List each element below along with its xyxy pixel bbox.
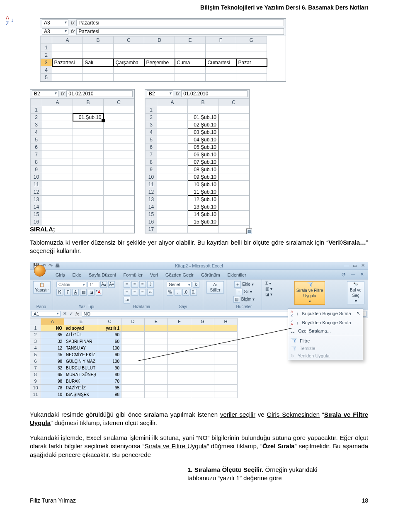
name-box[interactable]: A3 [42, 19, 68, 26]
cell[interactable]: 80 [98, 371, 121, 378]
col-header[interactable]: A [42, 99, 73, 106]
cell[interactable]: 14.Şub.10 [188, 211, 218, 218]
cell[interactable]: 65 [41, 331, 64, 338]
border-icon[interactable]: ▦ [80, 289, 87, 296]
tab-veri[interactable]: Veri [149, 272, 159, 279]
cell[interactable]: Salı [83, 59, 114, 66]
row-header[interactable]: 5 [30, 351, 41, 358]
row-header[interactable]: 5 [146, 136, 157, 143]
row-header[interactable]: 8 [146, 158, 157, 166]
accept-formula-icon[interactable]: ✓ [69, 311, 73, 316]
col-header[interactable]: B [188, 99, 218, 106]
cell[interactable]: 06.Şub.10 [188, 151, 218, 158]
fill-color-icon[interactable]: ◪ [88, 289, 95, 296]
cell[interactable]: NO [41, 325, 64, 331]
align-left-icon[interactable]: ≡ [124, 289, 130, 296]
cell[interactable]: ALİ GÜL [64, 331, 98, 338]
min-ribbon-icon[interactable]: — [350, 271, 356, 279]
delete-cell-icon[interactable]: － [236, 289, 243, 295]
align-center-icon[interactable]: ≡ [131, 289, 138, 296]
cell[interactable]: 95 [98, 384, 121, 391]
cell[interactable]: yazılı 1 [98, 325, 121, 331]
cell[interactable]: 04.Şub.10 [188, 136, 218, 143]
find-select-button[interactable]: 🔭 Bul ve Seç▾ [347, 281, 364, 304]
cell[interactable]: 01.Şub.10 [188, 114, 218, 121]
row-header[interactable]: 11 [30, 391, 41, 398]
col-header[interactable]: A [157, 99, 188, 106]
cell[interactable]: 01.Şub.10 [73, 114, 104, 121]
cell[interactable]: Perşembe [144, 59, 175, 66]
row-header[interactable]: 6 [30, 358, 41, 364]
col-header[interactable]: F [167, 318, 191, 325]
row-header[interactable]: 9 [31, 166, 42, 173]
cell[interactable]: 08.Şub.10 [188, 166, 218, 173]
col-header[interactable]: A [41, 318, 64, 325]
align-right-icon[interactable]: ≡ [139, 289, 146, 296]
italic-icon[interactable]: T [64, 289, 71, 296]
col-header[interactable]: B [73, 99, 104, 106]
format-cell-icon[interactable]: ▤ [233, 296, 240, 303]
row-header[interactable]: 2 [30, 331, 41, 338]
row-header[interactable]: 6 [146, 143, 157, 151]
col-header[interactable]: E [144, 318, 167, 325]
menu-sort-asc[interactable]: AZ↓ Küçükten Büyüğe Sırala ↖ [288, 309, 363, 318]
sort-filter-button[interactable]: Sırala ve Filtre Uygula▾ [294, 281, 325, 305]
menu-custom-sort[interactable]: ⚏ Özel Sıralama... [288, 327, 363, 335]
cell[interactable]: 10 [41, 391, 64, 398]
cell[interactable]: 70 [98, 378, 121, 384]
col-header[interactable]: D [144, 36, 175, 44]
cell[interactable]: 90 [98, 351, 121, 358]
col-header[interactable]: E [175, 36, 206, 44]
currency-icon[interactable]: ₺ [193, 281, 199, 288]
cell[interactable]: 15.Şub.10 [188, 218, 218, 226]
cell[interactable]: ad soyad [64, 325, 98, 331]
cell[interactable]: Pazartesi [52, 59, 83, 66]
cell[interactable]: 11.Şub.10 [188, 188, 218, 196]
row-header[interactable]: 11 [146, 181, 157, 188]
row-header[interactable]: 12 [31, 188, 42, 196]
cell[interactable]: 13.Şub.10 [188, 203, 218, 211]
menu-filter[interactable]: Filtre [288, 337, 363, 345]
row-header[interactable]: 16 [146, 218, 157, 226]
row-header[interactable]: 14 [146, 203, 157, 211]
row-header[interactable]: 13 [146, 196, 157, 203]
row-header[interactable]: 3 [31, 121, 42, 129]
select-all-corner[interactable] [41, 36, 52, 44]
insert-cell-icon[interactable]: ＋ [234, 281, 241, 288]
formula-bar[interactable]: Pazartesi [76, 19, 284, 26]
row-header[interactable]: 13 [31, 196, 42, 203]
row-header[interactable]: 2 [41, 51, 52, 59]
tab-ekle[interactable]: Ekle [72, 272, 82, 279]
cell[interactable]: BURAK [64, 378, 98, 384]
paste-button[interactable]: 📋 Yapıştır [33, 281, 51, 294]
row-header[interactable]: 9 [146, 166, 157, 173]
close-icon[interactable]: ✕ [361, 263, 365, 268]
col-header[interactable]: H [214, 318, 237, 325]
row-header[interactable]: 1 [41, 44, 52, 51]
row-header[interactable]: 4 [31, 129, 42, 136]
font-size-select[interactable]: 11 [87, 282, 99, 287]
row-header[interactable]: 7 [146, 151, 157, 158]
cell[interactable]: TANSU AY [64, 345, 98, 351]
row-header[interactable]: 2 [31, 114, 42, 121]
cell[interactable]: 78 [41, 384, 64, 391]
cell[interactable]: 07.Şub.10 [188, 158, 218, 166]
comma-icon[interactable]: , [175, 289, 181, 296]
col-header[interactable]: C [104, 99, 134, 106]
number-format-select[interactable]: Genel [167, 282, 192, 287]
indent-inc-icon[interactable]: ⇥ [124, 297, 130, 304]
cell[interactable]: 98 [98, 391, 121, 398]
row-header[interactable]: 17 [146, 226, 157, 233]
cell[interactable]: BURCU BULUT [64, 364, 98, 371]
cell[interactable]: Cumartesi [206, 59, 236, 66]
clear-icon[interactable]: ◪ [265, 292, 269, 296]
row-header[interactable]: 15 [31, 211, 42, 218]
tab-giris[interactable]: Giriş [55, 272, 66, 279]
col-header[interactable]: B [83, 36, 114, 44]
col-header[interactable]: C [114, 36, 144, 44]
office-button[interactable] [34, 265, 46, 277]
row-header[interactable]: 11 [31, 181, 42, 188]
row-header[interactable]: 10 [146, 173, 157, 181]
row-header[interactable]: 5 [31, 136, 42, 143]
row-header[interactable]: 9 [30, 378, 41, 384]
